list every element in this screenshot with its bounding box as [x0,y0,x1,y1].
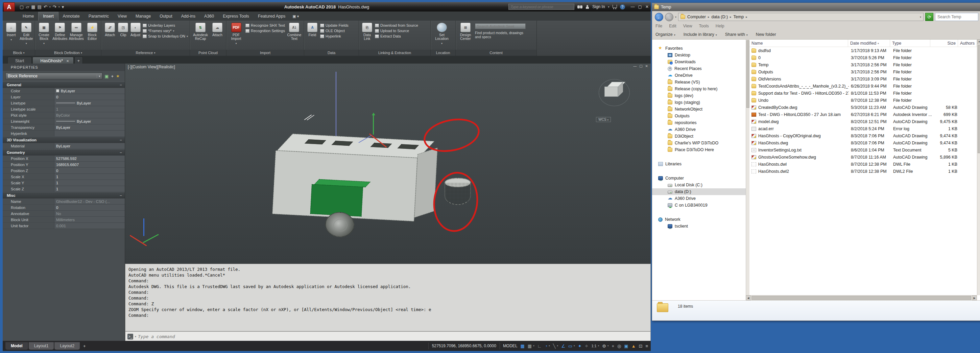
sidebar-item-release-copy-to-here[interactable]: Release (copy to here) [652,86,746,92]
property-value[interactable]: ByLayer [54,88,125,94]
menu-file[interactable]: File [655,24,662,29]
property-value[interactable]: 1 [54,186,125,192]
performance-warning-icon[interactable]: ▲ [632,343,636,348]
ole-object-button[interactable]: OLE Object [320,29,348,33]
save-icon[interactable]: ▦ [31,5,35,10]
file-row-undo[interactable]: Undo8/7/2018 12:38 PMFile folder [749,97,977,104]
horizontal-scrollbar[interactable]: ◀ ▶ [746,295,977,300]
drawing-viewport[interactable]: [-][Custom View][Realistic] — ▢ ✕ WCS ▾ [125,64,651,264]
panel-label-block-definition[interactable]: Block Definition▾ [35,50,101,56]
file-row-model-dwg[interactable]: model.dwg8/2/2018 12:51 PMAutoCAD Drawin… [749,118,977,125]
column-header-size[interactable]: Size [930,40,958,47]
property-value[interactable]: 527586.592 [54,156,125,161]
isolate-objects-icon[interactable]: ◎ [617,343,621,348]
sidebar-item-d3iobject[interactable]: D3iObject [652,133,746,140]
layout-tab-layout2[interactable]: Layout2 [54,342,80,350]
property-value[interactable]: ByLayer [54,124,125,130]
file-row-ghostsaregonesomehow-dwg[interactable]: GhostsAreGoneSomehow.dwg8/7/2018 11:16 A… [749,154,977,161]
polar-tracking-icon[interactable]: ◔ [545,343,547,348]
section-header-3d-visualization[interactable]: 3D Visualization− [3,137,125,143]
section-header-general[interactable]: General− [3,81,125,88]
grid-icon[interactable]: ▦ [520,343,525,348]
property-value[interactable]: No [54,211,125,216]
sidebar-item-desktop[interactable]: Desktop [652,52,746,59]
recognize-shx-text-button[interactable]: Recognize SHX Text [245,23,285,27]
scroll-up-icon[interactable]: ▲ [977,40,980,44]
workspace-gear-icon[interactable]: ⚙ [602,343,606,348]
sidebar-item-recent-places[interactable]: Recent Places [652,65,746,72]
adjust-button[interactable]: ◐ Adjust [129,22,141,37]
command-options-caret-icon[interactable]: ▾ [135,335,136,338]
dropdown-caret-icon[interactable]: ▾ [574,345,575,347]
property-value[interactable]: 0 [54,168,125,173]
property-value[interactable]: ByLayer [54,100,125,106]
annotation-autoscale-icon[interactable]: ✧ [585,343,589,348]
panel-label-location[interactable]: Location [431,50,455,56]
sidebar-item-a360-drive[interactable]: A360 Drive [652,126,746,133]
sidebar-item-networkobject[interactable]: NetworkObject [652,106,746,113]
annotation-scale-label[interactable]: 1:1 [591,344,596,348]
property-value[interactable] [54,130,125,136]
dropdown-caret-icon[interactable]: ▾ [608,345,609,347]
sidebar-item-a360-drive[interactable]: A360 Drive [652,195,746,202]
hyperlink-button[interactable]: Hyperlink [320,34,348,38]
property-value[interactable]: GhostBuster12 - Dev - CSO (... [54,199,125,204]
file-row-0[interactable]: 03/7/2018 5:26 PMFile folder [749,54,977,61]
panel-label-point-cloud[interactable]: Point Cloud [190,50,226,56]
green-box[interactable] [310,184,363,217]
file-row-testcoordsandattribs-manhole-v3-2-2-run[interactable]: TestCoordsAndAttribs_-_-_-_Manhole_(v3.2… [749,83,977,90]
section-header-misc[interactable]: Misc− [3,192,125,199]
sidebar-item-repositories[interactable]: repositories [652,119,746,126]
toolbar-organize[interactable]: Organize▾ [655,32,675,37]
ribbon-tab-parametric[interactable]: Parametric [84,12,113,21]
refresh-button[interactable]: ⟳ [925,13,933,21]
undo-icon[interactable]: ↶ [44,5,47,10]
ribbon-tab-a360[interactable]: A360 [200,12,218,21]
search-icon[interactable] [578,5,582,8]
pdf-import-button[interactable]: PDF PDF Import▾ [228,22,244,45]
viewport-restore-icon[interactable]: ▢ [639,64,642,68]
command-input[interactable] [138,334,648,339]
column-header-authors[interactable]: Authors [958,40,977,47]
layout-tab-model[interactable]: Model [5,342,28,350]
sidebar-item-libraries[interactable]: Libraries [652,161,746,167]
ribbon-tab-home[interactable]: Home [18,12,38,21]
breadcrumb-item-temp[interactable]: Temp [733,14,745,19]
file-row-createdbycode-dwg[interactable]: CreatedByCode.dwg5/3/2018 11:23 AMAutoCA… [749,104,977,111]
file-row-inventorsettingslog-txt[interactable]: InventorSettingsLog.txt8/6/2018 1:04 PMT… [749,146,977,154]
dropdown-caret-icon[interactable]: ▾ [49,5,51,8]
app-store-icon[interactable] [612,5,617,8]
property-value[interactable]: 1 [54,106,125,112]
ribbon-tab-express-tools[interactable]: Express Tools [218,12,253,21]
property-value[interactable]: 0 [54,205,125,210]
explorer-search-input[interactable] [935,13,978,21]
sidebar-item-place-d3itodo-here[interactable]: Place D3iToDO Here [652,146,746,153]
upload-to-source-button[interactable]: Upload to Source [375,29,418,33]
ribbon-tab-add-ins[interactable]: Add-ins [177,12,200,21]
ribbon-tab-annotate[interactable]: Annotate [59,12,84,21]
graphics-performance-icon[interactable]: ▣ [624,343,628,348]
recognition-settings-button[interactable]: Recognition Settings [245,29,285,33]
pick-add-icon[interactable]: + [111,74,114,79]
sidebar-item-downloads[interactable]: Downloads [652,59,746,65]
dropdown-caret-icon[interactable]: ▾ [598,345,599,347]
breadcrumb[interactable]: Computer▸data (D:)▸Temp▸ ▾ [678,13,924,21]
dropdown-caret-icon[interactable]: ▾ [557,345,558,347]
crosshair-icon[interactable]: + [611,343,614,348]
menu-view[interactable]: View [683,24,692,29]
new-file-icon[interactable]: ▢ [20,5,24,10]
collapse-icon[interactable]: − [120,151,122,154]
field-button[interactable]: A Field [306,22,319,37]
close-tab-icon[interactable]: ✕ [66,59,69,63]
panel-label-content[interactable]: Content [456,50,536,56]
menu-edit[interactable]: Edit [669,24,676,29]
osnap-tracking-icon[interactable]: ∠ [561,343,565,348]
insert-block-button[interactable]: ⌂ Insert▾ [5,22,18,41]
file-row-support-data-for-test-dwg-hiltonlod350-27-jun-1[interactable]: Support data for Test - DWG - HiltonLOD3… [749,90,977,97]
quick-access-menu-icon[interactable]: ▾ [62,5,64,10]
combine-text-button[interactable]: A⤵ Combine Text [286,22,302,41]
panel-label-import[interactable]: Import [226,50,304,56]
property-value[interactable]: 0.001 [54,223,125,229]
dropdown-caret-icon[interactable]: ▾ [549,345,550,347]
property-value[interactable]: 0 [54,94,125,100]
